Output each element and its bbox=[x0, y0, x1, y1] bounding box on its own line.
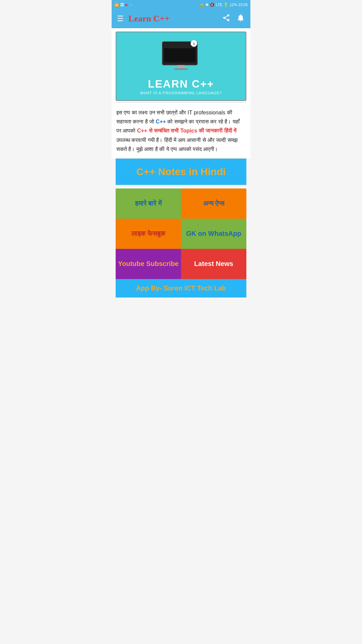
description-section: इस एप्प का लक्ष्य उन सभी छात्रों और IT p… bbox=[112, 103, 250, 158]
description-highlight-cpp: C++ bbox=[156, 119, 166, 124]
svg-point-0 bbox=[227, 14, 229, 16]
bell-icon[interactable] bbox=[236, 13, 245, 24]
svg-point-2 bbox=[227, 19, 229, 21]
footer: App By- Suren ICT Tech Lab bbox=[116, 279, 246, 298]
image-icon: 🖼 bbox=[120, 3, 124, 7]
grid-buttons-container: हमारे बारे में अन्य ऐप्स लाइक फेसबुक GK … bbox=[116, 189, 246, 279]
about-us-button[interactable]: हमारे बारे में bbox=[116, 189, 181, 219]
latest-news-button[interactable]: Latest News bbox=[181, 249, 246, 279]
banner-title: LEARN C++ bbox=[148, 78, 214, 90]
banner-wrapper: 1 LEARN C++ WHAT IS A PROGRAMMING LANGUA… bbox=[112, 28, 250, 102]
bluetooth-icon: ✱ bbox=[205, 3, 208, 7]
battery-icon: 🔋 bbox=[224, 3, 228, 7]
lock-icon: 🔒 bbox=[199, 3, 204, 7]
footer-text: App By- Suren ICT Tech Lab bbox=[136, 284, 226, 292]
status-left-icons: 📶 🖼 ▶ ··· bbox=[114, 3, 132, 7]
banner: 1 LEARN C++ WHAT IS A PROGRAMMING LANGUA… bbox=[116, 32, 246, 101]
notes-banner-text: C++ Notes in Hindi bbox=[136, 166, 226, 177]
app-bar-right bbox=[222, 13, 245, 24]
clock: 23:55 bbox=[238, 3, 248, 7]
other-apps-button[interactable]: अन्य ऐप्स bbox=[181, 189, 246, 219]
more-icon: ··· bbox=[129, 3, 132, 7]
app-title: Learn C++ bbox=[128, 14, 170, 24]
status-right-icons: 🔒 ✱ 🔇 LTE 🔋 12% 23:55 bbox=[199, 3, 248, 7]
description-text-3: उपलब्ध करवायी गयी है। हिंदी में आप आसानी… bbox=[116, 137, 238, 152]
hamburger-menu-icon[interactable]: ☰ bbox=[117, 14, 124, 23]
divider-3 bbox=[116, 185, 246, 185]
youtube-subscribe-button[interactable]: Youtube Subscribe bbox=[116, 249, 181, 279]
notes-banner: C++ Notes in Hindi bbox=[116, 159, 246, 185]
app-bar: ☰ Learn C++ bbox=[112, 9, 250, 28]
banner-subtitle: WHAT IS A PROGRAMMING LANGUAGE? bbox=[140, 91, 222, 95]
app-bar-left: ☰ Learn C++ bbox=[117, 14, 170, 24]
monitor-graphic: 1 bbox=[158, 39, 204, 74]
youtube-icon: ▶ bbox=[125, 3, 128, 7]
svg-line-3 bbox=[225, 18, 228, 19]
gk-whatsapp-button[interactable]: GK on WhatsApp bbox=[181, 219, 246, 249]
status-bar: 📶 🖼 ▶ ··· 🔒 ✱ 🔇 LTE 🔋 12% 23:55 bbox=[112, 0, 250, 9]
battery-percent: 12% bbox=[230, 3, 237, 7]
svg-rect-8 bbox=[178, 65, 185, 68]
svg-point-1 bbox=[223, 17, 225, 19]
like-facebook-button[interactable]: लाइक फेसबुक bbox=[116, 219, 181, 249]
lte-icon: LTE bbox=[216, 3, 222, 7]
share-icon[interactable] bbox=[222, 14, 230, 24]
mute-icon: 🔇 bbox=[210, 3, 215, 7]
wifi-icon: 📶 bbox=[114, 3, 119, 7]
svg-line-4 bbox=[225, 16, 228, 17]
svg-rect-9 bbox=[174, 68, 188, 70]
description-highlight-topics: C++ से सम्बंधित सभी Topics की जानकारी हि… bbox=[137, 128, 236, 133]
svg-text:1: 1 bbox=[193, 42, 195, 45]
